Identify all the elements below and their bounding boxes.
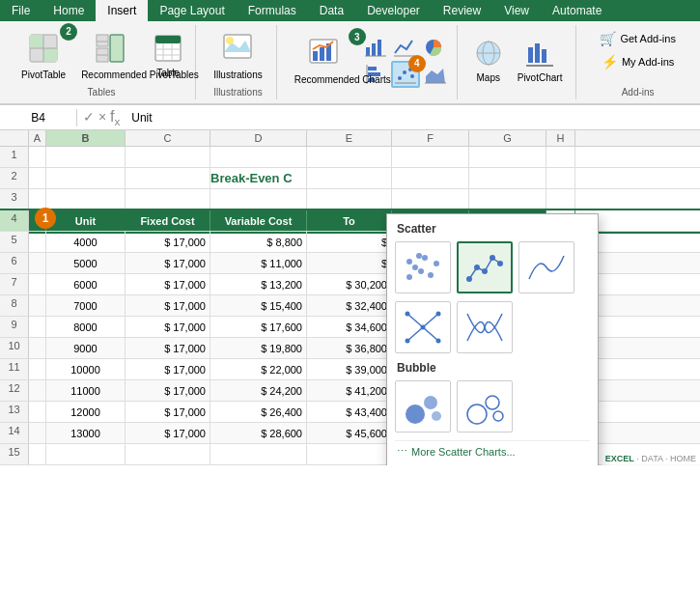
- col-header-c[interactable]: C: [126, 130, 210, 146]
- cell-c1[interactable]: [126, 147, 210, 167]
- maps-button[interactable]: Maps: [469, 36, 508, 87]
- cell-b8[interactable]: 7000: [46, 295, 126, 316]
- cell-d4[interactable]: Variable Cost: [210, 210, 307, 231]
- cell-e3[interactable]: [307, 189, 392, 209]
- tab-page-layout[interactable]: Page Layout: [148, 0, 236, 21]
- scatter-smooth-button[interactable]: [457, 301, 513, 353]
- cell-c10[interactable]: $ 17,000: [126, 338, 210, 358]
- cell-h1[interactable]: [546, 147, 575, 167]
- cell-a14[interactable]: [29, 423, 46, 443]
- column-chart-button[interactable]: [362, 36, 389, 59]
- pie-chart-button[interactable]: [420, 36, 447, 59]
- cell-g3[interactable]: [469, 189, 546, 209]
- cell-d15[interactable]: [210, 444, 307, 464]
- col-header-d[interactable]: D: [210, 130, 307, 146]
- cell-c13[interactable]: $ 17,000: [126, 402, 210, 422]
- get-addins-button[interactable]: 🛒 Get Add-ins: [596, 29, 679, 48]
- cell-h2[interactable]: [546, 168, 575, 188]
- name-box[interactable]: B4: [0, 109, 77, 126]
- cell-a12[interactable]: [29, 380, 46, 401]
- scatter-lines-button[interactable]: [518, 241, 574, 293]
- cell-d6[interactable]: $ 11,000: [210, 253, 307, 273]
- cell-b4[interactable]: Unit: [46, 210, 126, 231]
- cell-f1[interactable]: [392, 147, 469, 167]
- cell-c15[interactable]: [126, 444, 210, 464]
- cell-b12[interactable]: 11000: [46, 380, 126, 401]
- illustrations-button[interactable]: Illustrations: [208, 29, 268, 84]
- cell-e9[interactable]: $ 34,600: [307, 317, 392, 337]
- cell-e13[interactable]: $ 43,400: [307, 402, 392, 422]
- cell-d13[interactable]: $ 26,400: [210, 402, 307, 422]
- tab-home[interactable]: Home: [42, 0, 96, 21]
- scatter-chart-button[interactable]: 4: [391, 61, 420, 88]
- cell-b13[interactable]: 12000: [46, 402, 126, 422]
- cell-c11[interactable]: $ 17,000: [126, 359, 210, 379]
- cell-d11[interactable]: $ 22,000: [210, 359, 307, 379]
- cell-c5[interactable]: $ 17,000: [126, 232, 210, 252]
- cell-e11[interactable]: $ 39,000: [307, 359, 392, 379]
- my-addins-button[interactable]: ⚡ My Add-ins: [598, 52, 678, 71]
- more-scatter-charts-link[interactable]: ⋯ More Scatter Charts...: [395, 440, 590, 461]
- cell-a2[interactable]: [29, 168, 46, 188]
- cell-a6[interactable]: [29, 253, 46, 273]
- cell-a11[interactable]: [29, 359, 46, 379]
- scatter-dots-button[interactable]: [395, 241, 451, 293]
- cell-a9[interactable]: [29, 317, 46, 337]
- tab-file[interactable]: File: [0, 0, 42, 21]
- cell-a13[interactable]: [29, 402, 46, 422]
- bubble-button[interactable]: [395, 380, 451, 433]
- recommended-pivot-button[interactable]: Recommended PivotTables: [75, 29, 145, 84]
- cell-d5[interactable]: $ 8,800: [210, 232, 307, 252]
- cell-a5[interactable]: [29, 232, 46, 252]
- cell-b9[interactable]: 8000: [46, 317, 126, 337]
- cell-c4[interactable]: Fixed Cost: [126, 210, 210, 231]
- cell-e7[interactable]: $ 30,200: [307, 274, 392, 294]
- cell-b7[interactable]: 6000: [46, 274, 126, 294]
- cell-b6[interactable]: 5000: [46, 253, 126, 273]
- cell-b14[interactable]: 13000: [46, 423, 126, 443]
- pivot-chart-button[interactable]: PivotChart: [512, 36, 569, 87]
- cell-g1[interactable]: [469, 147, 546, 167]
- cell-d10[interactable]: $ 19,800: [210, 338, 307, 358]
- pivot-table-button[interactable]: PivotTable 2: [15, 29, 71, 84]
- cell-b2[interactable]: [46, 168, 126, 188]
- table-button[interactable]: Table: [149, 31, 187, 82]
- tab-review[interactable]: Review: [432, 0, 492, 21]
- cell-e10[interactable]: $ 36,800: [307, 338, 392, 358]
- cell-d7[interactable]: $ 13,200: [210, 274, 307, 294]
- col-header-g[interactable]: G: [469, 130, 546, 146]
- col-header-f[interactable]: F: [392, 130, 469, 146]
- cell-b15[interactable]: [46, 444, 126, 464]
- tab-insert[interactable]: Insert: [96, 0, 148, 21]
- cell-a1[interactable]: [29, 147, 46, 167]
- cell-c9[interactable]: $ 17,000: [126, 317, 210, 337]
- tab-view[interactable]: View: [492, 0, 541, 21]
- scatter-smooth-markers-button[interactable]: [395, 301, 451, 353]
- recommended-charts-button[interactable]: Recommended Charts 3: [289, 34, 358, 89]
- cell-a7[interactable]: [29, 274, 46, 294]
- cell-e15[interactable]: [307, 444, 392, 464]
- cell-c6[interactable]: $ 17,000: [126, 253, 210, 273]
- cell-c7[interactable]: $ 17,000: [126, 274, 210, 294]
- cell-e14[interactable]: $ 45,600: [307, 423, 392, 443]
- tab-formulas[interactable]: Formulas: [237, 0, 308, 21]
- cell-e5[interactable]: $: [307, 232, 392, 252]
- cell-e6[interactable]: $: [307, 253, 392, 273]
- cell-d14[interactable]: $ 28,600: [210, 423, 307, 443]
- cell-g2[interactable]: [469, 168, 546, 188]
- cell-d12[interactable]: $ 24,200: [210, 380, 307, 401]
- cell-b3[interactable]: [46, 189, 126, 209]
- cell-d1[interactable]: [210, 147, 307, 167]
- cell-c14[interactable]: $ 17,000: [126, 423, 210, 443]
- cell-d2[interactable]: Break-Even C: [210, 168, 307, 188]
- area-chart-button[interactable]: [422, 61, 449, 88]
- cell-a15[interactable]: [29, 444, 46, 464]
- col-header-e[interactable]: E: [307, 130, 392, 146]
- tab-data[interactable]: Data: [308, 0, 355, 21]
- cell-f2[interactable]: [392, 168, 469, 188]
- col-header-b[interactable]: B: [46, 130, 126, 146]
- cell-b5[interactable]: 4000: [46, 232, 126, 252]
- tab-developer[interactable]: Developer: [355, 0, 432, 21]
- cell-b1[interactable]: [46, 147, 126, 167]
- cell-d8[interactable]: $ 15,400: [210, 295, 307, 316]
